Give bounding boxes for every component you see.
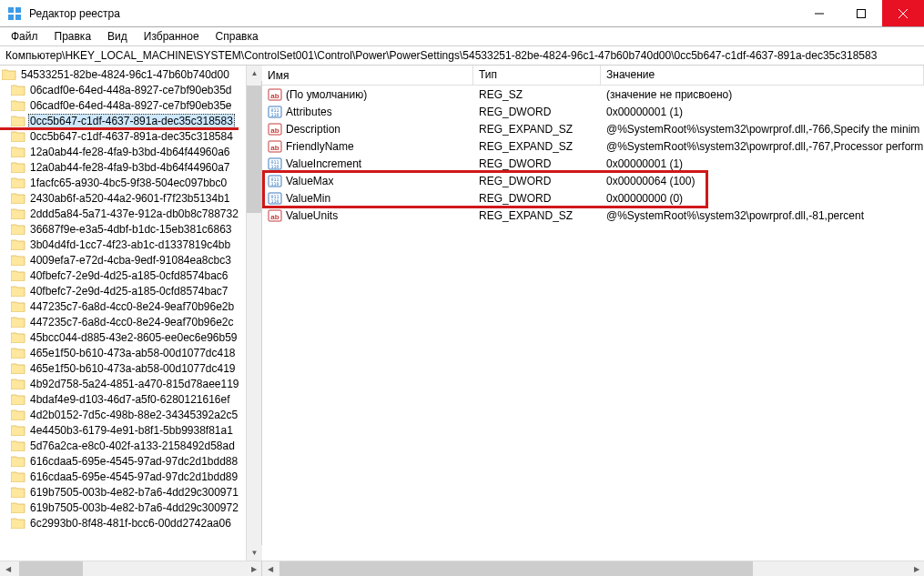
list-hscroll[interactable]: ◀ ▶ [262, 561, 924, 576]
tree-item[interactable]: 0cc5b647-c1df-4637-891a-dec35c318584 [0, 128, 261, 144]
tree-item[interactable]: 4d2b0152-7d5c-498b-88e2-34345392a2c5 [0, 407, 261, 422]
svg-text:ab: ab [270, 126, 279, 135]
value-data: @%SystemRoot%\system32\powrprof.dll,-81,… [601, 209, 924, 222]
tree-item[interactable]: 12a0ab44-fe28-4fa9-b3bd-4b64f44960a7 [0, 159, 261, 175]
tree-item[interactable]: 447235c7-6a8d-4cc0-8e24-9eaf70b96e2b [0, 298, 261, 314]
value-type: REG_DWORD [473, 192, 601, 205]
tree-item[interactable]: 2ddd5a84-5a71-437e-912a-db0b8c788732 [0, 206, 261, 221]
tree-item[interactable]: 40fbefc7-2e9d-4d25-a185-0cfd8574bac6 [0, 268, 261, 283]
tree-item-label: 4e4450b3-6179-4e91-b8f1-5bb9938f81a1 [28, 424, 235, 437]
tree-item[interactable]: 447235c7-6a8d-4cc0-8e24-9eaf70b96e2c [0, 314, 261, 329]
tree-item-label: 447235c7-6a8d-4cc0-8e24-9eaf70b96e2c [28, 316, 236, 328]
value-row[interactable]: 011110ValueMinREG_DWORD0x00000000 (0) [262, 189, 924, 207]
value-row[interactable]: 011110AttributesREG_DWORD0x00000001 (1) [262, 103, 924, 120]
value-data: 0x00000001 (1) [601, 106, 924, 118]
annotation-underline [0, 127, 239, 130]
tree-item[interactable]: 465e1f50-b610-473a-ab58-00d1077dc419 [0, 360, 261, 376]
tree-item-label: 06cadf0e-64ed-448a-8927-ce7bf90eb35e [28, 99, 234, 112]
tree-item-label: 616cdaa5-695e-4545-97ad-97dc2d1bdd89 [28, 470, 239, 483]
value-type: REG_EXPAND_SZ [473, 123, 601, 136]
tree-item[interactable]: 4b92d758-5a24-4851-a470-815d78aee119 [0, 376, 261, 391]
tree-hscroll[interactable]: ◀ ▶ [0, 561, 261, 576]
tree-item[interactable]: 619b7505-003b-4e82-b7a6-4dd29c300972 [0, 500, 261, 515]
tree-item-label: 465e1f50-b610-473a-ab58-00d1077dc418 [28, 347, 238, 359]
minimize-button[interactable] [798, 0, 840, 26]
value-row[interactable]: 011110ValueIncrementREG_DWORD0x00000001 … [262, 155, 924, 172]
value-name: Description [286, 123, 340, 136]
close-button[interactable] [882, 0, 924, 26]
values-list[interactable]: ab(По умолчанию)REG_SZ(значение не присв… [262, 86, 924, 561]
tree-pane: 54533251-82be-4824-96c1-47b60b740d0006ca… [0, 66, 262, 576]
scroll-right-icon[interactable]: ▶ [909, 561, 924, 576]
tree-item[interactable]: 5d76a2ca-e8c0-402f-a133-2158492d58ad [0, 438, 261, 453]
value-row[interactable]: abFriendlyNameREG_EXPAND_SZ@%SystemRoot%… [262, 137, 924, 155]
menu-edit[interactable]: Правка [47, 28, 99, 45]
tree-item[interactable]: 40fbefc7-2e9d-4d25-a185-0cfd8574bac7 [0, 283, 261, 298]
tree-vscroll[interactable]: ▲ ▼ [246, 66, 261, 561]
menu-help[interactable]: Справка [208, 28, 266, 45]
tree-item[interactable]: 1facfc65-a930-4bc5-9f38-504ec097bbc0 [0, 175, 261, 190]
menu-view[interactable]: Вид [100, 28, 135, 45]
tree-item[interactable]: 3b04d4fd-1cc7-4f23-ab1c-d1337819c4bb [0, 237, 261, 252]
scroll-up-icon[interactable]: ▲ [247, 66, 262, 81]
tree-item[interactable]: 0cc5b647-c1df-4637-891a-dec35c318583 [0, 113, 261, 128]
menu-favorites[interactable]: Избранное [137, 28, 207, 45]
col-type-header[interactable]: Тип [473, 66, 601, 85]
tree-item-label: 465e1f50-b610-473a-ab58-00d1077dc419 [28, 362, 238, 375]
tree-item[interactable]: 616cdaa5-695e-4545-97ad-97dc2d1bdd88 [0, 453, 261, 469]
value-data: @%SystemRoot%\system32\powrprof.dll,-766… [601, 123, 924, 136]
svg-text:110: 110 [270, 164, 279, 169]
col-value-header[interactable]: Значение [601, 66, 924, 85]
col-name-header[interactable]: Имя [262, 66, 473, 85]
value-type: REG_DWORD [473, 157, 601, 170]
scroll-left-icon[interactable]: ◀ [262, 561, 278, 576]
tree-item[interactable]: 4009efa7-e72d-4cba-9edf-91084ea8cbc3 [0, 252, 261, 268]
tree-item[interactable]: 4bdaf4e9-d103-46d7-a5f0-6280121616ef [0, 391, 261, 407]
maximize-button[interactable] [840, 0, 882, 26]
tree-item-label: 2430ab6f-a520-44a2-9601-f7f23b5134b1 [28, 192, 232, 205]
value-name: (По умолчанию) [286, 88, 367, 101]
titlebar[interactable]: Редактор реестра [0, 0, 924, 27]
scroll-down-icon[interactable]: ▼ [247, 545, 262, 561]
value-row[interactable]: abDescriptionREG_EXPAND_SZ@%SystemRoot%\… [262, 120, 924, 137]
value-name: ValueIncrement [286, 157, 361, 170]
value-type: REG_DWORD [473, 106, 601, 118]
value-row[interactable]: abValueUnitsREG_EXPAND_SZ@%SystemRoot%\s… [262, 207, 924, 224]
tree-item[interactable]: 2430ab6f-a520-44a2-9601-f7f23b5134b1 [0, 190, 261, 206]
tree-item[interactable]: 619b7505-003b-4e82-b7a6-4dd29c300971 [0, 484, 261, 500]
menu-file[interactable]: Файл [4, 28, 46, 45]
app-icon [5, 5, 24, 23]
svg-rect-5 [858, 9, 866, 17]
tree-item-label: 3b04d4fd-1cc7-4f23-ab1c-d1337819c4bb [28, 238, 232, 251]
address-bar[interactable]: Компьютер\HKEY_LOCAL_MACHINE\SYSTEM\Cont… [0, 46, 924, 66]
tree-item[interactable]: 12a0ab44-fe28-4fa9-b3bd-4b64f44960a6 [0, 144, 261, 159]
tree-item[interactable]: 45bcc044-d885-43e2-8605-ee0ec6e96b59 [0, 329, 261, 345]
tree-item-label: 40fbefc7-2e9d-4d25-a185-0cfd8574bac7 [28, 285, 230, 298]
tree-item[interactable]: 6c2993b0-8f48-481f-bcc6-00dd2742aa06 [0, 515, 261, 531]
tree-item[interactable]: 06cadf0e-64ed-448a-8927-ce7bf90eb35d [0, 82, 261, 97]
value-type: REG_EXPAND_SZ [473, 209, 601, 222]
tree-item[interactable]: 465e1f50-b610-473a-ab58-00d1077dc418 [0, 345, 261, 360]
registry-tree[interactable]: 54533251-82be-4824-96c1-47b60b740d0006ca… [0, 66, 261, 561]
tree-item-label: 0cc5b647-c1df-4637-891a-dec35c318584 [28, 130, 235, 143]
tree-item-label: 06cadf0e-64ed-448a-8927-ce7bf90eb35d [28, 84, 234, 96]
tree-item-label: 12a0ab44-fe28-4fa9-b3bd-4b64f44960a6 [28, 146, 232, 158]
tree-item[interactable]: 616cdaa5-695e-4545-97ad-97dc2d1bdd89 [0, 469, 261, 484]
tree-item[interactable]: 4e4450b3-6179-4e91-b8f1-5bb9938f81a1 [0, 422, 261, 438]
value-type: REG_EXPAND_SZ [473, 140, 601, 153]
tree-item-label: 4d2b0152-7d5c-498b-88e2-34345392a2c5 [28, 409, 239, 421]
value-row[interactable]: 011110ValueMaxREG_DWORD0x00000064 (100) [262, 172, 924, 189]
tree-item-label: 4b92d758-5a24-4851-a470-815d78aee119 [28, 378, 241, 390]
value-row[interactable]: ab(По умолчанию)REG_SZ(значение не присв… [262, 86, 924, 103]
value-data: (значение не присвоено) [601, 88, 924, 101]
svg-rect-0 [8, 7, 14, 13]
scroll-left-icon[interactable]: ◀ [0, 561, 15, 576]
value-name: ValueMax [286, 175, 333, 187]
value-name: FriendlyName [286, 140, 354, 153]
tree-item-label: 619b7505-003b-4e82-b7a6-4dd29c300972 [28, 501, 240, 514]
tree-item[interactable]: 06cadf0e-64ed-448a-8927-ce7bf90eb35e [0, 97, 261, 113]
svg-text:110: 110 [270, 112, 279, 117]
tree-item[interactable]: 36687f9e-e3a5-4dbf-b1dc-15eb381c6863 [0, 221, 261, 237]
scroll-right-icon[interactable]: ▶ [246, 561, 261, 576]
tree-item[interactable]: 54533251-82be-4824-96c1-47b60b740d00 [0, 66, 261, 82]
